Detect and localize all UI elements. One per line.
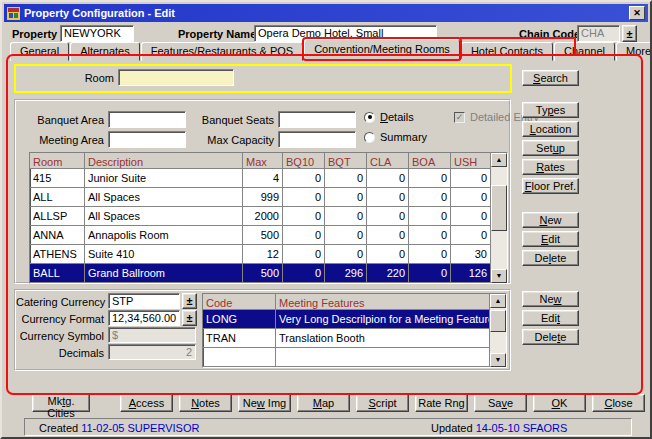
tab-alternates[interactable]: Alternates (70, 42, 140, 61)
tab-general[interactable]: General (10, 42, 69, 61)
room-label: Room (64, 72, 114, 85)
meeting-area-label: Meeting Area (22, 134, 104, 147)
table-header-row: CodeMeeting Features (203, 294, 490, 310)
updated-value: 14-05-10 SFAORS (476, 422, 568, 434)
table-row[interactable]: ATHENSSuite 41012000030 (30, 245, 491, 264)
meeting-rooms-table: RoomDescriptionMaxBQ10BQTCLABOAUSH415Jun… (29, 152, 508, 284)
currency-format-input[interactable]: 12,34,560.00 (108, 310, 180, 326)
catering-currency-lov-button[interactable]: ± (182, 293, 197, 309)
scrollbar-thumb[interactable] (491, 185, 507, 231)
banquet-area-input[interactable] (108, 111, 186, 128)
feature-actions-new-button[interactable]: New (522, 291, 579, 307)
scroll-up-icon[interactable]: ▲ (490, 294, 506, 308)
property-name-label: Property Name (178, 28, 256, 41)
tab-convention-meeting-rooms[interactable]: Convention/Meeting Rooms (304, 39, 460, 61)
property-field[interactable]: NEWYORK (60, 25, 134, 42)
ok-button[interactable]: OK (533, 394, 586, 412)
catering-currency-label: Catering Currency (16, 296, 104, 309)
feature-actions-edit-button[interactable]: Edit (522, 310, 579, 326)
scroll-up-icon[interactable]: ▲ (491, 153, 507, 167)
map-button[interactable]: Map (297, 394, 350, 412)
decimals-label: Decimals (16, 347, 104, 360)
chain-code-lov-button[interactable]: ± (622, 25, 637, 42)
search-search-button[interactable]: Search (522, 70, 579, 86)
window-title: Property Configuration - Edit (24, 7, 175, 19)
new-img-button[interactable]: New Img (238, 394, 291, 412)
banquet-area-label: Banquet Area (22, 114, 104, 127)
table-row[interactable]: ALLAll Spaces99900000 (30, 188, 491, 207)
currency-symbol-label: Currency Symbol (16, 330, 104, 343)
details-radio-label: Details (380, 111, 414, 123)
notes-button[interactable]: Notes (179, 394, 232, 412)
catering-currency-input[interactable]: STP (108, 293, 180, 309)
table-row[interactable] (203, 348, 490, 367)
room-input[interactable] (118, 69, 234, 86)
tab-bar: GeneralAlternatesFeatures/Restaurants & … (10, 42, 652, 61)
currency-format-label: Currency Format (16, 313, 104, 326)
property-configuration-window: Property Configuration - Edit ✕ Property… (0, 0, 652, 439)
max-capacity-label: Max Capacity (188, 134, 274, 147)
table-row[interactable]: 415Junior Suite400000 (30, 169, 491, 188)
checkbox-check-icon: ✓ (454, 112, 465, 123)
table-row[interactable]: TRANTranslation Booth (203, 329, 490, 348)
currency-format-lov-button[interactable]: ± (182, 310, 197, 326)
chain-code-field[interactable]: CHA (577, 25, 620, 42)
script-button[interactable]: Script (356, 394, 409, 412)
banquet-seats-label: Banquet Seats (188, 114, 274, 127)
meeting-features-table: CodeMeeting FeaturesLONGVery Long Descri… (202, 293, 507, 368)
status-bar: Created 11-02-05 SUPERVISOR Updated 14-0… (24, 418, 632, 436)
details-radio[interactable]: Details (364, 111, 414, 123)
banquet-seats-input[interactable] (278, 111, 356, 128)
radio-circle-icon (364, 132, 375, 143)
room-actions-edit-button[interactable]: Edit (522, 231, 579, 247)
tab-features-restaurants-pos[interactable]: Features/Restaurants & POS (141, 42, 303, 61)
features-scrollbar[interactable]: ▲ ▼ (490, 294, 506, 367)
table-row[interactable]: ANNAAnnapolis Room50000000 (30, 226, 491, 245)
save-button[interactable]: Save (474, 394, 527, 412)
table-row[interactable]: LONGVery Long Descrilpion for a Meeting … (203, 310, 490, 329)
max-capacity-input[interactable] (278, 131, 356, 148)
radio-circle-icon (364, 112, 375, 123)
rate-rng-button[interactable]: Rate Rng (415, 394, 468, 412)
close-icon[interactable]: ✕ (629, 6, 645, 20)
tab-more[interactable]: More (616, 42, 652, 61)
created-status: Created 11-02-05 SUPERVISOR (39, 420, 199, 436)
config-types-button[interactable]: Types (522, 102, 579, 118)
summary-radio-label: Summary (380, 131, 427, 143)
table-row[interactable]: BALLGrand Ballroom50002962200126 (30, 264, 491, 283)
close-button[interactable]: Close (592, 394, 645, 412)
config-setup-button[interactable]: Setup (522, 140, 579, 156)
tab-hotel-contacts[interactable]: Hotel Contacts (461, 42, 553, 61)
scroll-down-icon[interactable]: ▼ (491, 269, 507, 283)
access-button[interactable]: Access (120, 394, 173, 412)
currency-symbol-field[interactable]: $ (108, 327, 196, 343)
feature-actions-delete-button[interactable]: Delete (522, 329, 579, 345)
created-value: 11-02-05 SUPERVISOR (81, 422, 199, 434)
scroll-down-icon[interactable]: ▼ (490, 353, 506, 367)
tab-channel[interactable]: Channel (554, 42, 615, 61)
decimals-field[interactable]: 2 (108, 344, 196, 360)
room-actions-delete-button[interactable]: Delete (522, 250, 579, 266)
table-header-row: RoomDescriptionMaxBQ10BQTCLABOAUSH (30, 153, 491, 169)
updated-status: Updated 14-05-10 SFAORS (431, 420, 567, 436)
rooms-scrollbar[interactable]: ▲ ▼ (491, 153, 507, 283)
meeting-area-input[interactable] (108, 131, 186, 148)
table-row[interactable]: ALLSPAll Spaces200000000 (30, 207, 491, 226)
property-label: Property (12, 28, 57, 41)
config-floor-pref-button[interactable]: Floor Pref. (522, 178, 579, 194)
config-location-button[interactable]: Location (522, 121, 579, 137)
config-rates-button[interactable]: Rates (522, 159, 579, 175)
chain-code-label: Chain Code (519, 28, 580, 41)
app-icon (7, 7, 20, 20)
scrollbar-thumb[interactable] (490, 310, 506, 332)
room-actions-new-button[interactable]: New (522, 212, 579, 228)
mktg-cities-button[interactable]: Mktg. Cities (32, 394, 90, 412)
title-bar[interactable]: Property Configuration - Edit ✕ (4, 4, 648, 22)
summary-radio[interactable]: Summary (364, 131, 427, 143)
